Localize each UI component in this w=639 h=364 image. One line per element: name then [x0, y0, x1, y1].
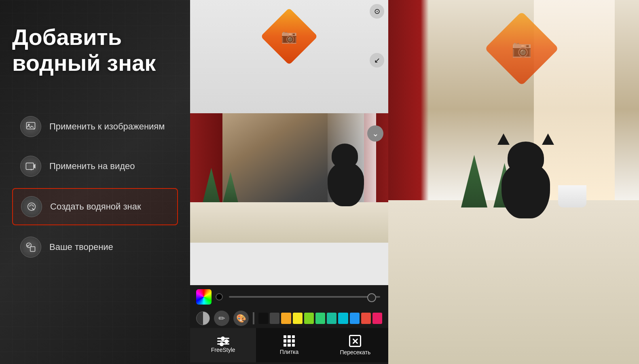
menu-list: Применить к изображениям Применить на ви…	[12, 109, 178, 265]
camera-icon-middle: 📷	[281, 29, 297, 44]
image-edit-svg	[25, 121, 36, 132]
svg-rect-0	[27, 122, 35, 129]
menu-item-create-watermark[interactable]: Создать водяной знак	[12, 188, 178, 225]
gallery-svg	[25, 241, 36, 253]
slider-line-3	[217, 343, 229, 345]
sliders-icon	[217, 338, 229, 345]
left-panel: Добавить водный знак Применить к изображ…	[0, 0, 190, 364]
apply-video-icon	[20, 156, 41, 177]
svg-rect-6	[30, 247, 35, 252]
tile-label: Плитка	[280, 349, 299, 355]
swatch-teal[interactable]	[327, 313, 336, 324]
right-tree-1	[461, 155, 487, 207]
right-panel: 📷	[388, 0, 639, 364]
camera-icon-right: 📷	[512, 39, 532, 58]
lock-icon[interactable]: ⊙	[370, 4, 384, 19]
tab-tile[interactable]: Плитка	[256, 328, 322, 362]
swatch-green[interactable]	[315, 313, 325, 324]
right-table	[388, 200, 639, 364]
photo-scene-middle: ⌄	[190, 113, 388, 243]
right-cup	[558, 185, 586, 207]
grid-cell-3	[292, 335, 295, 338]
svg-point-4	[33, 209, 35, 211]
my-creation-label: Ваше творение	[49, 242, 113, 252]
menu-item-my-creation[interactable]: Ваше творение	[12, 229, 178, 265]
swatch-lime[interactable]	[304, 313, 314, 324]
intersect-label: Пересекать	[340, 349, 370, 356]
middle-panel: 📷 ⊙ ↙ ⌄ ✏	[190, 0, 388, 364]
opacity-slider[interactable]	[229, 296, 380, 298]
grid-cell-8	[288, 344, 290, 347]
swatch-blue[interactable]	[350, 313, 360, 324]
swatch-yellow[interactable]	[293, 313, 303, 324]
slider-line-1	[217, 338, 229, 339]
resize-icon[interactable]: ↙	[370, 53, 384, 68]
divider	[253, 312, 254, 324]
paint-svg	[26, 201, 37, 212]
photo-preview-top: 📷 ⊙ ↙	[190, 0, 388, 113]
cat-ear-right	[542, 133, 554, 145]
swatch-black[interactable]	[258, 313, 268, 324]
grid-cell-9	[292, 344, 295, 347]
eraser-tool[interactable]: ✏	[214, 311, 229, 326]
bottom-tabs: FreeStyle Плитка	[190, 328, 388, 362]
color-dot-selected[interactable]	[216, 293, 223, 301]
page-title: Добавить водный знак	[12, 24, 178, 76]
right-cat	[493, 138, 558, 218]
swatch-cyan[interactable]	[338, 313, 348, 324]
photo-controls: ⊙ ↙	[370, 4, 384, 68]
apply-images-label: Применить к изображениям	[49, 121, 165, 132]
menu-item-apply-video[interactable]: Применить на видео	[12, 148, 178, 184]
cat-body-right	[501, 162, 550, 218]
grid-cell-5	[288, 339, 290, 342]
tab-freestyle[interactable]: FreeStyle	[190, 328, 256, 362]
create-watermark-icon	[21, 196, 42, 217]
grid-icon	[284, 335, 295, 347]
watermark-logo-right: 📷	[485, 12, 558, 85]
video-svg	[25, 161, 36, 172]
freestyle-label: FreeStyle	[211, 347, 235, 353]
color-swatches	[258, 313, 382, 324]
tab-intersect[interactable]: Пересекать	[322, 328, 388, 362]
tool-icons-row: ✏ 🎨	[190, 309, 388, 328]
svg-rect-2	[26, 163, 34, 169]
my-creation-icon	[20, 237, 41, 258]
bottom-toolbar: ✏ 🎨	[190, 285, 388, 364]
swatch-orange[interactable]	[281, 313, 291, 324]
swatch-darkgray[interactable]	[270, 313, 279, 324]
swatch-pink[interactable]	[372, 313, 382, 324]
color-palette-icon[interactable]	[196, 289, 212, 305]
paint-tool[interactable]: 🎨	[233, 311, 249, 326]
cat-head-mid	[332, 144, 358, 168]
watermark-logo-middle: 📷	[261, 8, 317, 65]
grid-cell-7	[284, 344, 286, 347]
menu-item-apply-images[interactable]: Применить к изображениям	[12, 109, 178, 144]
swatch-red[interactable]	[361, 313, 371, 324]
chevron-down-button[interactable]: ⌄	[367, 125, 383, 142]
create-watermark-label: Создать водяной знак	[50, 201, 141, 212]
cat-ear-left	[497, 133, 510, 145]
grid-cell-1	[284, 335, 286, 338]
intersect-icon	[349, 335, 361, 347]
apply-video-label: Применить на видео	[49, 161, 135, 171]
slider-line-2	[217, 341, 229, 342]
grid-cell-6	[292, 339, 295, 342]
grid-cell-4	[284, 339, 286, 342]
apply-images-icon	[20, 116, 41, 137]
opacity-checkerboard-icon[interactable]	[196, 311, 210, 325]
grid-cell-2	[288, 335, 290, 338]
right-scene: 📷	[388, 0, 639, 364]
color-slider-row	[190, 285, 388, 309]
cat-body-mid	[328, 162, 364, 206]
table-surface-mid	[190, 202, 388, 243]
